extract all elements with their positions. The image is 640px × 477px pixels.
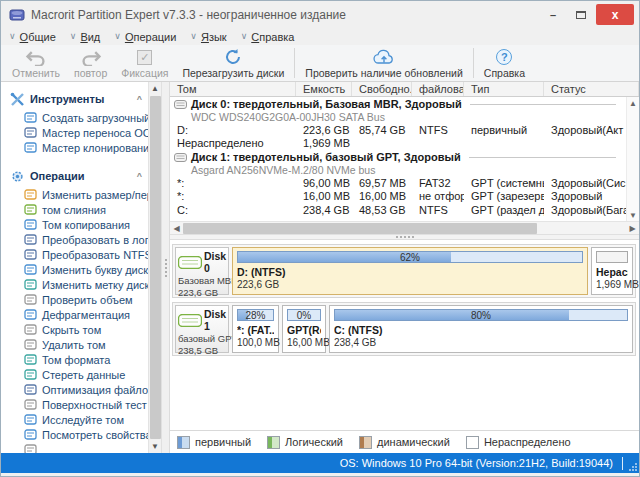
menu-item-5[interactable]: ∨Справка xyxy=(241,31,295,43)
sidebar-item[interactable]: том слияния xyxy=(1,202,148,217)
hscroll-thumb[interactable] xyxy=(183,223,537,234)
column-header-2[interactable]: Емкость xyxy=(296,82,352,96)
sidebar-item[interactable]: Том копирования xyxy=(1,217,148,232)
toolbar-button-check-updates-cloud[interactable]: Проверить наличие обновлений xyxy=(298,45,469,81)
menu-item-2[interactable]: ∨Вид xyxy=(70,31,101,43)
scroll-left-icon[interactable]: ◀ xyxy=(170,224,183,233)
scroll-down-icon[interactable]: ▼ xyxy=(627,209,639,221)
cell-fs: FAT32 xyxy=(412,176,464,190)
toolbar-button-redo[interactable]: повтор xyxy=(67,45,114,81)
partition-name: GPT(Re... xyxy=(287,324,321,336)
toolbar-button-reload-disks[interactable]: Перезагрузить диски xyxy=(175,45,291,81)
sidebar-item[interactable]: Создать загрузочный но... xyxy=(1,110,148,125)
disk-group-row[interactable]: Диск 0: твердотельный, Базовая MBR, Здор… xyxy=(170,97,626,111)
sidebar-item[interactable]: Дефрагментация xyxy=(1,307,148,322)
clone-disk-icon xyxy=(24,141,37,154)
sidebar-section-header[interactable]: Операции^ xyxy=(1,165,148,187)
operations-gear-icon xyxy=(10,169,25,184)
legend-label: динамический xyxy=(377,436,450,448)
table-row[interactable]: D:223,6 GB85,74 GBNTFSпервичныйЗдоровый(… xyxy=(170,123,626,137)
delete-volume-icon xyxy=(24,338,37,351)
toolbar-button-help[interactable]: ?Справка xyxy=(477,45,532,81)
sidebar-item[interactable]: Удалить том xyxy=(1,337,148,352)
partition-type-legend: первичныйЛогическийдинамическийНераспред… xyxy=(170,430,639,453)
disk-label-box[interactable]: Disk 0Базовая MBR223,6 GB xyxy=(175,247,229,295)
column-header-3[interactable]: Свободно... xyxy=(352,82,412,96)
sidebar-item[interactable]: Изменить букву диска xyxy=(1,262,148,277)
cell-fs: не отфор... xyxy=(412,190,464,204)
statusbar-divider xyxy=(622,457,623,470)
menu-item-4[interactable]: ∨Язык xyxy=(190,31,226,43)
sidebar-item[interactable]: Том формата xyxy=(1,352,148,367)
partition-block[interactable]: 28%*: (FAT...100,0 MB xyxy=(232,305,279,353)
collapse-chevron-icon[interactable]: ^ xyxy=(137,94,142,104)
sidebar-item[interactable]: Поверхностный тест xyxy=(1,397,148,412)
menu-bar: ∨Общие∨Вид∨Операции∨Язык∨Справка xyxy=(1,28,639,45)
sidebar-item[interactable]: Оптимизация файловой... xyxy=(1,382,148,397)
table-row[interactable]: *:16,00 MB16,00 MBне отфор...GPT (зарезе… xyxy=(170,190,626,204)
scroll-up-icon[interactable]: ▲ xyxy=(149,82,161,95)
sidebar-section-gap xyxy=(1,155,148,165)
menu-item-3[interactable]: ∨Операции xyxy=(114,31,176,43)
sidebar-item[interactable]: Исследуйте том xyxy=(1,412,148,427)
disk-group-row[interactable]: Диск 1: твердотельный, базовый GPT, Здор… xyxy=(170,150,626,164)
sidebar-scrollbar[interactable]: ▲ ▼ xyxy=(148,82,161,453)
toolbar-button-label: Справка xyxy=(484,67,525,79)
sidebar-item[interactable]: Преобразовать NTFS в F... xyxy=(1,247,148,262)
sidebar-item[interactable]: Скрыть том xyxy=(1,322,148,337)
sidebar-section-title: Инструменты xyxy=(30,93,104,105)
sidebar-item-label: Изменить размер/пере... xyxy=(42,189,148,201)
table-horizontal-scrollbar[interactable]: ◀ ▶ xyxy=(170,221,639,234)
column-header-1[interactable]: Том xyxy=(170,82,296,96)
partition-block[interactable]: 80%C: (NTFS)238,4 GB xyxy=(329,305,633,353)
table-row[interactable]: *:96,00 MB69,57 MBFAT32GPT (системный...… xyxy=(170,176,626,190)
sidebar-item[interactable]: Мастер клонирования д... xyxy=(1,140,148,155)
close-button[interactable]: x xyxy=(596,4,634,25)
sidebar-scroll-thumb[interactable] xyxy=(150,96,161,439)
toolbar-button-label: Перезагрузить диски xyxy=(182,67,284,79)
sidebar-item[interactable]: Изменить метку диска xyxy=(1,277,148,292)
disk-group-title: Диск 1: твердотельный, базовый GPT, Здор… xyxy=(191,151,461,163)
column-header-4[interactable]: файловая ... xyxy=(412,82,464,96)
sidebar-item[interactable]: Проверить объем xyxy=(1,292,148,307)
cell-type: первичный xyxy=(464,123,544,137)
vertical-splitter[interactable] xyxy=(161,82,170,453)
minimize-button[interactable]: – xyxy=(540,5,566,25)
table-row[interactable]: Нераспределено1,969 MB xyxy=(170,137,626,151)
scroll-down-icon[interactable]: ▼ xyxy=(149,440,161,453)
window-title: Macrorit Partition Expert v7.3.3 - неогр… xyxy=(31,8,346,22)
chevron-down-icon: ∨ xyxy=(114,32,121,41)
sidebar-item[interactable]: Изменить размер/пере... xyxy=(1,187,148,202)
reload-disks-icon xyxy=(224,48,242,66)
disk-label-box[interactable]: Disk 1базовый GPT238,5 GB xyxy=(175,305,229,353)
legend-item: Нераспределено xyxy=(466,436,571,449)
column-header-5[interactable]: Тип xyxy=(464,82,544,96)
sidebar-item[interactable]: Стереть данные xyxy=(1,367,148,382)
legend-item: Логический xyxy=(267,436,343,449)
toolbar-separator xyxy=(294,48,295,78)
table-row[interactable]: C:238,4 GB48,53 GBNTFSGPT (раздел дан...… xyxy=(170,203,626,217)
sidebar-item-label: Скрыть том xyxy=(42,324,101,336)
sidebar-item[interactable]: Преобразовать в логич... xyxy=(1,232,148,247)
partition-size: 223,6 GB xyxy=(237,279,583,290)
menu-item-1[interactable]: ∨Общие xyxy=(9,31,56,43)
partition-block[interactable]: Нерасп...1,969 MB xyxy=(591,247,633,295)
disk-model-text: WDC WDS240G2G0A-00JH30 SATA Bus xyxy=(170,111,626,123)
toolbar: Отменитьповтор✓ФиксацияПерезагрузить дис… xyxy=(1,45,639,82)
maximize-button[interactable] xyxy=(568,5,594,25)
toolbar-button-undo[interactable]: Отменить xyxy=(5,45,67,81)
sidebar-section-header[interactable]: Инструменты^ xyxy=(1,88,148,110)
scroll-up-icon[interactable]: ▲ xyxy=(627,97,639,109)
sidebar-item[interactable]: Посмотреть свойства xyxy=(1,427,148,442)
collapse-chevron-icon[interactable]: ^ xyxy=(137,171,142,181)
resize-grip-icon[interactable] xyxy=(629,463,637,471)
toolbar-button-commit-check[interactable]: ✓Фиксация xyxy=(114,45,175,81)
partition-block[interactable]: 0%GPT(Re...16,00 MB xyxy=(282,305,326,353)
scroll-right-icon[interactable]: ▶ xyxy=(626,224,639,233)
partition-block[interactable]: 62%D: (NTFS)223,6 GB xyxy=(232,247,588,295)
sidebar-item-partial[interactable] xyxy=(1,442,148,453)
table-vertical-scrollbar[interactable]: ▲ ▼ xyxy=(626,97,639,221)
sidebar-item[interactable]: Мастер переноса ОС xyxy=(1,125,148,140)
chevron-down-icon: ∨ xyxy=(241,32,248,41)
column-header-6[interactable]: Статус xyxy=(544,82,639,96)
